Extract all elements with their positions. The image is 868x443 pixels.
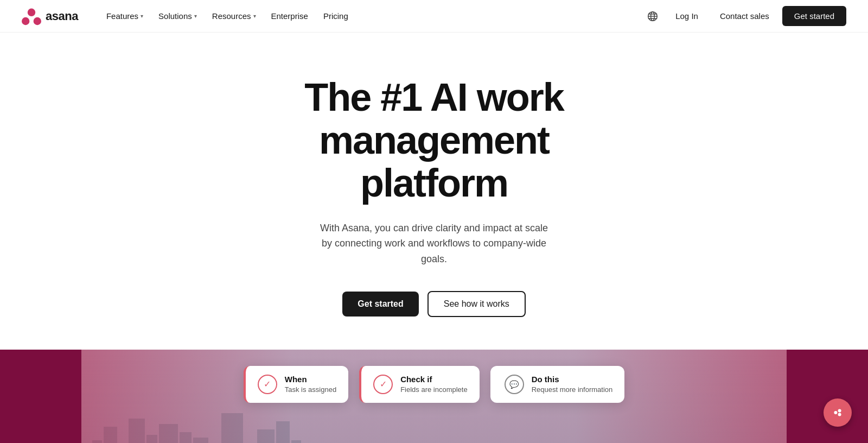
chat-icon	[831, 406, 844, 419]
svg-point-10	[838, 413, 841, 416]
globe-icon[interactable]	[643, 7, 662, 26]
building	[291, 440, 301, 443]
nav-resources[interactable]: Resources ▾	[206, 7, 263, 25]
check-title: Check if	[400, 375, 468, 384]
nav-pricing[interactable]: Pricing	[317, 7, 355, 25]
workflow-card-check: ✓ Check if Fields are incomplete	[359, 366, 480, 403]
building	[92, 440, 102, 443]
svg-point-0	[28, 8, 35, 16]
building	[180, 432, 192, 443]
nav-enterprise[interactable]: Enterprise	[265, 7, 315, 25]
do-subtitle: Request more information	[532, 385, 613, 394]
when-subtitle: Task is assigned	[285, 385, 336, 394]
workflow-card-when: ✓ When Task is assigned	[244, 366, 348, 403]
hero-get-started-button[interactable]: Get started	[342, 292, 418, 317]
nav-get-started-button[interactable]: Get started	[782, 6, 846, 26]
main-navigation: asana Features ▾ Solutions ▾ Resources ▾…	[0, 0, 868, 33]
chevron-down-icon: ▾	[194, 13, 197, 19]
svg-point-1	[22, 17, 29, 24]
hero-subtitle: With Asana, you can drive clarity and im…	[315, 220, 553, 267]
logo-link[interactable]: asana	[22, 7, 78, 26]
svg-point-2	[34, 17, 41, 24]
nav-right: Log In Contact sales Get started	[643, 6, 846, 26]
city-skyline	[81, 413, 787, 443]
hero-cta-group: Get started See how it works	[22, 291, 846, 317]
nav-solutions[interactable]: Solutions ▾	[152, 7, 203, 25]
svg-point-8	[834, 411, 837, 414]
login-link[interactable]: Log In	[667, 7, 707, 25]
check-subtitle: Fields are incomplete	[400, 385, 468, 394]
building	[221, 413, 243, 443]
do-title: Do this	[532, 375, 613, 384]
chat-button[interactable]	[824, 398, 852, 427]
building	[146, 435, 157, 443]
when-icon: ✓	[258, 375, 277, 394]
nav-links: Features ▾ Solutions ▾ Resources ▾ Enter…	[100, 7, 643, 25]
when-content: When Task is assigned	[285, 375, 336, 394]
hero-title: The #1 AI work management platform	[244, 76, 624, 205]
product-section: ✓ When Task is assigned ✓ Check if Field…	[0, 350, 868, 443]
when-title: When	[285, 375, 336, 384]
logo-text: asana	[46, 9, 78, 23]
hero-section: The #1 AI work management platform With …	[0, 33, 868, 350]
building	[257, 429, 275, 443]
do-icon: 💬	[505, 375, 524, 394]
check-content: Check if Fields are incomplete	[400, 375, 468, 394]
chevron-down-icon: ▾	[141, 13, 143, 19]
hero-see-how-button[interactable]: See how it works	[427, 291, 526, 317]
building	[193, 438, 208, 443]
check-icon: ✓	[373, 375, 393, 394]
building	[159, 424, 178, 443]
building	[104, 427, 117, 443]
do-content: Do this Request more information	[532, 375, 613, 394]
workflow-card-do: 💬 Do this Request more information	[490, 366, 625, 403]
chevron-down-icon: ▾	[253, 13, 256, 19]
svg-point-9	[838, 409, 841, 412]
asana-logo-icon	[22, 7, 41, 26]
building	[129, 419, 145, 443]
building	[276, 421, 290, 443]
nav-features[interactable]: Features ▾	[100, 7, 150, 25]
contact-sales-link[interactable]: Contact sales	[711, 7, 778, 25]
workflow-cards-container: ✓ When Task is assigned ✓ Check if Field…	[0, 366, 868, 403]
